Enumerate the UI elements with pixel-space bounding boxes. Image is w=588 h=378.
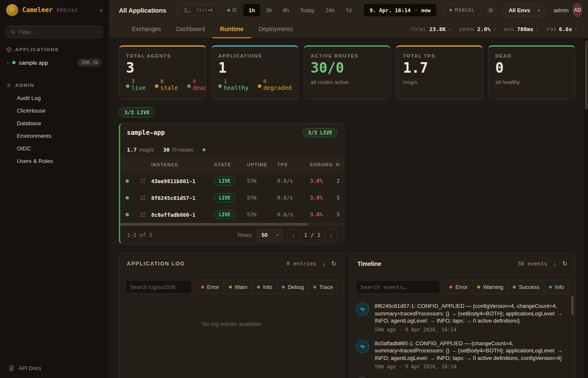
- timeline-panel: Timeline 38 events ↓ ↻ Error Warning Suc…: [349, 252, 575, 378]
- table-row[interactable]: 8f6245c61d57-1 LIVE 57m 0.6/s 3.8% 5: [120, 189, 344, 206]
- chip-label: Warn: [235, 284, 248, 290]
- theme-toggle-button[interactable]: [486, 4, 496, 16]
- tab-deployments[interactable]: Deployments: [251, 20, 301, 38]
- chevron-down-icon: ▾: [538, 8, 540, 13]
- chip-debug[interactable]: Debug: [277, 280, 308, 294]
- chip-trace[interactable]: Trace: [308, 280, 338, 294]
- sidebar-item-environments[interactable]: Environments: [0, 129, 109, 142]
- col-uptime: UPTIME: [247, 162, 277, 167]
- level-dot: [257, 286, 260, 289]
- timeline-header: Timeline 38 events ↓ ↻: [350, 253, 575, 275]
- log-search[interactable]: [125, 280, 192, 294]
- external-link-icon[interactable]: [134, 195, 151, 200]
- arrow-up-icon: ↑: [448, 26, 451, 32]
- next-page-button[interactable]: ›: [325, 229, 337, 242]
- external-link-icon[interactable]: [134, 212, 151, 217]
- search-shortcut-kbd: Ctrl+K: [193, 6, 216, 14]
- event-timestamp: 59m ago · 9 Apr 2026, 16:14: [375, 364, 566, 370]
- sidebar-item-clickhouse[interactable]: ClickHouse: [0, 104, 109, 117]
- substat-text: 1 healthy: [224, 79, 249, 91]
- page-title: All Applications: [119, 7, 166, 14]
- chip-warn[interactable]: Warn: [224, 280, 252, 294]
- app-card-substats: 1.7 msg/s 30 /0 routes: [120, 142, 344, 157]
- table-row[interactable]: 8c0affadb860-1 LIVE 57m 0.6/s 3.8% 5: [120, 206, 344, 223]
- card-label: DEAD: [495, 53, 568, 58]
- download-icon[interactable]: ↓: [553, 260, 556, 267]
- table-row[interactable]: 43ee9811b801-1 LIVE 57m 0.6/s 3.8% 2: [120, 172, 344, 189]
- substat-num: 3: [131, 79, 146, 84]
- scrollbar-thumb[interactable]: [585, 40, 588, 110]
- range-today-button[interactable]: Today: [294, 4, 320, 16]
- chevron-right-icon[interactable]: ›: [7, 59, 9, 66]
- download-icon[interactable]: ↓: [322, 260, 326, 267]
- timeline-search[interactable]: [356, 280, 440, 294]
- prev-page-button[interactable]: ‹: [287, 229, 300, 242]
- live-status-toggle[interactable]: O: [224, 4, 236, 16]
- chip-warning[interactable]: Warning: [472, 280, 508, 294]
- range-6h-button[interactable]: 6h: [278, 4, 294, 16]
- status-dot: [126, 84, 129, 88]
- card-caption: all healthy: [495, 79, 568, 85]
- sidebar-item-oidc[interactable]: OIDC: [0, 142, 109, 155]
- state-badge: LIVE: [214, 210, 235, 219]
- chip-info[interactable]: Info: [544, 280, 569, 294]
- sidebar-filter-input[interactable]: [19, 29, 98, 35]
- card-substats: 3 live 0 stale: [126, 79, 199, 91]
- instance-id: 43ee9811b801-1: [151, 178, 195, 184]
- tab-dashboard[interactable]: Dashboard: [168, 20, 213, 38]
- chip-info[interactable]: Info: [252, 280, 277, 294]
- tab-exchanges[interactable]: Exchanges: [124, 20, 168, 38]
- range-24h-button[interactable]: 24h: [320, 4, 340, 16]
- refresh-icon[interactable]: ↻: [562, 260, 567, 268]
- avatar[interactable]: AD: [573, 3, 582, 17]
- api-docs-link[interactable]: API Docs: [0, 358, 109, 378]
- col-h: H: [336, 162, 344, 167]
- date-range-display[interactable]: 9. Apr. 16:14 – now: [364, 4, 436, 16]
- chip-label: Trace: [319, 284, 333, 290]
- arrow-up-icon: ↑: [493, 26, 496, 32]
- chip-success[interactable]: Success: [508, 280, 544, 294]
- timeline-filter-row: Error Warning Success Info: [350, 275, 575, 299]
- scrollbar-thumb[interactable]: [571, 296, 574, 315]
- tab-runtime[interactable]: Runtime: [213, 20, 251, 38]
- kpi-label: P99: [547, 27, 556, 32]
- range-1h-button[interactable]: 1h: [243, 4, 260, 16]
- chip-error[interactable]: Error: [445, 280, 472, 294]
- external-link-icon[interactable]: [134, 178, 151, 184]
- timeline-event[interactable]: 8c0affadb860-1: CONFIG_APPLIED — {change…: [356, 340, 566, 370]
- timeline-search-input[interactable]: [360, 284, 436, 290]
- timeline-event[interactable]: 8f6245c61d57-1: CONFIG_APPLIED — {config…: [356, 302, 566, 333]
- stat-card-active-routes: ACTIVE ROUTES 30/0 all routes active: [304, 45, 391, 100]
- sidebar-item-audit-log[interactable]: Audit Log: [0, 92, 109, 104]
- scrollbar-thumb[interactable]: [120, 223, 308, 226]
- errors-value: 3.8%: [310, 178, 336, 184]
- instance-status-dot: [126, 213, 129, 216]
- chip-error[interactable]: Error: [197, 280, 224, 294]
- cube-icon: [6, 47, 12, 52]
- log-panel-title: APPLICATION LOG: [127, 261, 185, 267]
- col-state: STATE: [214, 162, 247, 167]
- rows-per-page-select[interactable]: 50 ▾: [257, 229, 283, 242]
- env-select[interactable]: All Envs ▾: [503, 3, 545, 17]
- range-7d-button[interactable]: 7d: [340, 4, 357, 16]
- substat-num: 0: [193, 79, 206, 84]
- search-icon: [10, 29, 16, 35]
- state-badge: LIVE: [214, 193, 235, 202]
- level-dot: [549, 286, 552, 289]
- sidebar-collapse-icon[interactable]: «: [100, 6, 103, 13]
- sidebar-item-database[interactable]: Database: [0, 117, 109, 129]
- log-search-input[interactable]: [130, 284, 187, 290]
- global-search[interactable]: S… Ctrl+K: [176, 4, 220, 16]
- range-3h-button[interactable]: 3h: [260, 4, 277, 16]
- col-errors: ERRORS: [310, 162, 336, 167]
- sidebar-item-users-roles[interactable]: Users & Roles: [0, 155, 109, 167]
- manual-refresh-button[interactable]: MANUAL: [444, 4, 480, 16]
- h-value: 5: [336, 194, 344, 201]
- sidebar-filter[interactable]: [6, 26, 103, 38]
- chip-label: Success: [519, 284, 539, 290]
- status-dot: [187, 84, 191, 88]
- live-dot: [227, 9, 230, 12]
- refresh-icon[interactable]: ↻: [331, 260, 336, 268]
- kpi-value: 6.6s: [559, 26, 572, 32]
- sidebar-item-sample-app[interactable]: › sample app 208.3k: [3, 56, 105, 69]
